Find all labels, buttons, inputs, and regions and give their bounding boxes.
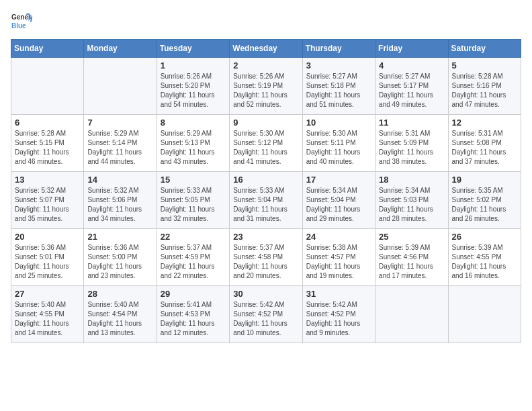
day-detail: Sunrise: 5:29 AMSunset: 5:13 PMDaylight:… — [161, 130, 215, 165]
day-number: 24 — [306, 232, 371, 242]
day-number: 16 — [233, 175, 298, 185]
day-number: 6 — [15, 118, 80, 128]
day-detail: Sunrise: 5:39 AMSunset: 4:55 PMDaylight:… — [452, 244, 506, 279]
calendar-cell: 10 Sunrise: 5:30 AMSunset: 5:11 PMDaylig… — [302, 115, 375, 172]
weekday-header: Sunday — [11, 40, 84, 58]
weekday-header: Friday — [375, 40, 448, 58]
day-detail: Sunrise: 5:27 AMSunset: 5:17 PMDaylight:… — [379, 73, 433, 108]
calendar-cell: 29 Sunrise: 5:41 AMSunset: 4:53 PMDaylig… — [157, 286, 229, 343]
day-number: 25 — [379, 232, 444, 242]
calendar-cell: 18 Sunrise: 5:34 AMSunset: 5:03 PMDaylig… — [375, 172, 448, 229]
day-number: 27 — [15, 289, 80, 299]
day-number: 17 — [306, 175, 371, 185]
day-number: 9 — [233, 118, 298, 128]
day-number: 31 — [306, 289, 371, 299]
calendar-cell: 4 Sunrise: 5:27 AMSunset: 5:17 PMDayligh… — [375, 58, 448, 115]
calendar-cell: 25 Sunrise: 5:39 AMSunset: 4:56 PMDaylig… — [375, 229, 448, 286]
day-detail: Sunrise: 5:28 AMSunset: 5:15 PMDaylight:… — [15, 130, 69, 165]
svg-text:Blue: Blue — [11, 22, 26, 30]
day-number: 5 — [452, 60, 517, 71]
day-number: 2 — [233, 60, 298, 71]
day-detail: Sunrise: 5:40 AMSunset: 4:55 PMDaylight:… — [15, 301, 69, 336]
day-detail: Sunrise: 5:36 AMSunset: 5:00 PMDaylight:… — [87, 244, 142, 279]
day-detail: Sunrise: 5:38 AMSunset: 4:57 PMDaylight:… — [306, 244, 361, 279]
calendar-cell — [448, 286, 521, 343]
day-number: 10 — [306, 118, 371, 128]
day-number: 14 — [87, 175, 152, 185]
day-number: 26 — [452, 232, 517, 242]
calendar-cell: 24 Sunrise: 5:38 AMSunset: 4:57 PMDaylig… — [302, 229, 375, 286]
day-number: 4 — [379, 60, 444, 71]
day-detail: Sunrise: 5:31 AMSunset: 5:09 PMDaylight:… — [379, 130, 433, 165]
calendar-cell: 12 Sunrise: 5:31 AMSunset: 5:08 PMDaylig… — [448, 115, 521, 172]
day-number: 15 — [161, 175, 226, 185]
day-detail: Sunrise: 5:28 AMSunset: 5:16 PMDaylight:… — [452, 73, 506, 108]
calendar-cell: 11 Sunrise: 5:31 AMSunset: 5:09 PMDaylig… — [375, 115, 448, 172]
calendar-cell: 2 Sunrise: 5:26 AMSunset: 5:19 PMDayligh… — [230, 58, 302, 115]
calendar-cell: 17 Sunrise: 5:34 AMSunset: 5:04 PMDaylig… — [302, 172, 375, 229]
logo: General Blue — [11, 11, 32, 32]
calendar-cell: 19 Sunrise: 5:35 AMSunset: 5:02 PMDaylig… — [448, 172, 521, 229]
calendar-cell: 31 Sunrise: 5:42 AMSunset: 4:52 PMDaylig… — [302, 286, 375, 343]
day-number: 23 — [233, 232, 298, 242]
calendar-cell: 6 Sunrise: 5:28 AMSunset: 5:15 PMDayligh… — [11, 115, 84, 172]
calendar-cell: 8 Sunrise: 5:29 AMSunset: 5:13 PMDayligh… — [157, 115, 229, 172]
weekday-header: Wednesday — [230, 40, 302, 58]
day-number: 11 — [379, 118, 444, 128]
weekday-header: Tuesday — [157, 40, 229, 58]
calendar-cell: 23 Sunrise: 5:37 AMSunset: 4:58 PMDaylig… — [230, 229, 302, 286]
day-detail: Sunrise: 5:36 AMSunset: 5:01 PMDaylight:… — [15, 244, 69, 279]
calendar-cell — [11, 58, 84, 115]
day-detail: Sunrise: 5:30 AMSunset: 5:12 PMDaylight:… — [233, 130, 287, 165]
day-number: 18 — [379, 175, 444, 185]
calendar-cell: 5 Sunrise: 5:28 AMSunset: 5:16 PMDayligh… — [448, 58, 521, 115]
calendar-cell: 30 Sunrise: 5:42 AMSunset: 4:52 PMDaylig… — [230, 286, 302, 343]
calendar-cell: 1 Sunrise: 5:26 AMSunset: 5:20 PMDayligh… — [157, 58, 229, 115]
calendar-cell: 16 Sunrise: 5:33 AMSunset: 5:04 PMDaylig… — [230, 172, 302, 229]
day-detail: Sunrise: 5:32 AMSunset: 5:06 PMDaylight:… — [87, 187, 142, 222]
calendar-cell: 14 Sunrise: 5:32 AMSunset: 5:06 PMDaylig… — [84, 172, 157, 229]
page-header: General Blue — [11, 11, 521, 32]
day-number: 21 — [87, 232, 152, 242]
day-detail: Sunrise: 5:39 AMSunset: 4:56 PMDaylight:… — [379, 244, 433, 279]
day-detail: Sunrise: 5:32 AMSunset: 5:07 PMDaylight:… — [15, 187, 69, 222]
day-detail: Sunrise: 5:33 AMSunset: 5:05 PMDaylight:… — [161, 187, 215, 222]
calendar-cell: 3 Sunrise: 5:27 AMSunset: 5:18 PMDayligh… — [302, 58, 375, 115]
day-number: 3 — [306, 60, 371, 71]
logo-svg: General Blue — [11, 11, 32, 32]
calendar-cell: 21 Sunrise: 5:36 AMSunset: 5:00 PMDaylig… — [84, 229, 157, 286]
day-detail: Sunrise: 5:41 AMSunset: 4:53 PMDaylight:… — [161, 301, 215, 336]
calendar-cell: 7 Sunrise: 5:29 AMSunset: 5:14 PMDayligh… — [84, 115, 157, 172]
day-number: 13 — [15, 175, 80, 185]
calendar-cell: 28 Sunrise: 5:40 AMSunset: 4:54 PMDaylig… — [84, 286, 157, 343]
calendar-week-row: 13 Sunrise: 5:32 AMSunset: 5:07 PMDaylig… — [11, 172, 521, 229]
calendar-week-row: 1 Sunrise: 5:26 AMSunset: 5:20 PMDayligh… — [11, 58, 521, 115]
calendar-week-row: 27 Sunrise: 5:40 AMSunset: 4:55 PMDaylig… — [11, 286, 521, 343]
weekday-header: Saturday — [448, 40, 521, 58]
calendar-cell: 26 Sunrise: 5:39 AMSunset: 4:55 PMDaylig… — [448, 229, 521, 286]
day-detail: Sunrise: 5:26 AMSunset: 5:19 PMDaylight:… — [233, 73, 287, 108]
day-detail: Sunrise: 5:29 AMSunset: 5:14 PMDaylight:… — [87, 130, 142, 165]
calendar-cell: 9 Sunrise: 5:30 AMSunset: 5:12 PMDayligh… — [230, 115, 302, 172]
day-number: 22 — [161, 232, 226, 242]
day-detail: Sunrise: 5:42 AMSunset: 4:52 PMDaylight:… — [233, 301, 287, 336]
day-number: 7 — [87, 118, 152, 128]
calendar-cell: 20 Sunrise: 5:36 AMSunset: 5:01 PMDaylig… — [11, 229, 84, 286]
day-number: 1 — [161, 60, 226, 71]
day-number: 8 — [161, 118, 226, 128]
day-detail: Sunrise: 5:34 AMSunset: 5:03 PMDaylight:… — [379, 187, 433, 222]
calendar-week-row: 6 Sunrise: 5:28 AMSunset: 5:15 PMDayligh… — [11, 115, 521, 172]
calendar-cell — [84, 58, 157, 115]
day-detail: Sunrise: 5:27 AMSunset: 5:18 PMDaylight:… — [306, 73, 361, 108]
day-number: 29 — [161, 289, 226, 299]
day-number: 30 — [233, 289, 298, 299]
day-number: 28 — [87, 289, 152, 299]
day-detail: Sunrise: 5:33 AMSunset: 5:04 PMDaylight:… — [233, 187, 287, 222]
day-number: 19 — [452, 175, 517, 185]
day-number: 12 — [452, 118, 517, 128]
day-detail: Sunrise: 5:37 AMSunset: 4:58 PMDaylight:… — [233, 244, 287, 279]
calendar-cell: 27 Sunrise: 5:40 AMSunset: 4:55 PMDaylig… — [11, 286, 84, 343]
calendar-table: SundayMondayTuesdayWednesdayThursdayFrid… — [11, 39, 521, 343]
day-detail: Sunrise: 5:37 AMSunset: 4:59 PMDaylight:… — [161, 244, 215, 279]
calendar-week-row: 20 Sunrise: 5:36 AMSunset: 5:01 PMDaylig… — [11, 229, 521, 286]
